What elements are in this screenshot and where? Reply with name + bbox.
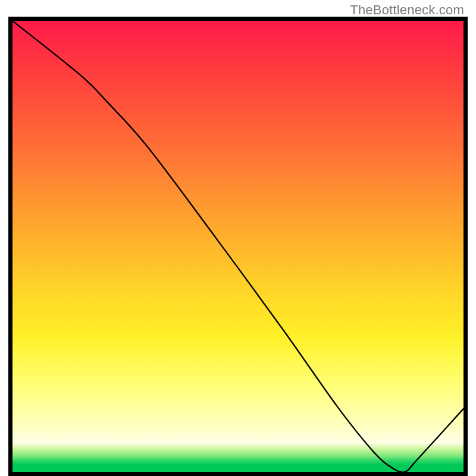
chart-container: TheBottleneck.com [0,0,476,476]
curve-overlay [12,21,464,472]
chart-frame [8,17,468,476]
bottleneck-curve [12,21,464,472]
watermark-text: TheBottleneck.com [350,2,464,18]
